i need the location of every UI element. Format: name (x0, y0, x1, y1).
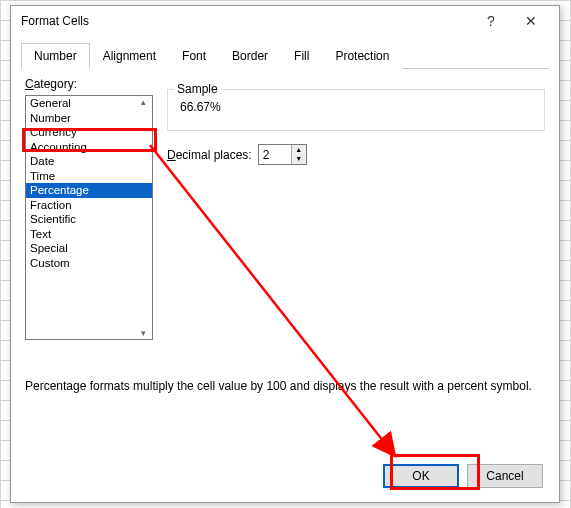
tab-label: Border (232, 49, 268, 63)
category-item-accounting[interactable]: Accounting (26, 140, 152, 155)
category-item-scientific[interactable]: Scientific (26, 212, 152, 227)
tab-label: Number (34, 49, 77, 63)
sample-group: Sample 66.67% (167, 89, 545, 131)
category-item-custom[interactable]: Custom (26, 256, 152, 271)
spinner-up-icon[interactable]: ▲ (292, 145, 306, 155)
close-icon: ✕ (525, 13, 537, 29)
category-item-fraction[interactable]: Fraction (26, 198, 152, 213)
titlebar: Format Cells ? ✕ (11, 6, 559, 36)
tab-fill[interactable]: Fill (281, 43, 322, 69)
category-item-text[interactable]: Text (26, 227, 152, 242)
decimal-label-accel: D (167, 148, 176, 162)
tab-label: Protection (335, 49, 389, 63)
sample-title: Sample (174, 82, 221, 96)
tab-border[interactable]: Border (219, 43, 281, 69)
category-item-general[interactable]: General (26, 96, 152, 111)
sample-box: Sample 66.67% (167, 89, 545, 131)
dialog-buttons: OK Cancel (383, 464, 543, 488)
cancel-button[interactable]: Cancel (467, 464, 543, 488)
format-cells-dialog: Format Cells ? ✕ Number Alignment Font B… (10, 5, 560, 503)
ok-label: OK (412, 469, 429, 483)
scroll-up-icon[interactable]: ▴ (136, 97, 151, 107)
decimal-places-input[interactable] (259, 145, 291, 164)
category-item-currency[interactable]: Currency (26, 125, 152, 140)
category-item-percentage[interactable]: Percentage (26, 183, 152, 198)
help-button[interactable]: ? (471, 8, 511, 34)
category-item-date[interactable]: Date (26, 154, 152, 169)
decimal-label-text: ecimal places: (176, 148, 252, 162)
tab-font[interactable]: Font (169, 43, 219, 69)
category-item-number[interactable]: Number (26, 111, 152, 126)
tab-alignment[interactable]: Alignment (90, 43, 169, 69)
spinner-buttons: ▲ ▼ (291, 145, 306, 164)
tab-label: Alignment (103, 49, 156, 63)
decimal-places-label: Decimal places: (167, 148, 252, 162)
dialog-title: Format Cells (21, 14, 471, 28)
tab-protection[interactable]: Protection (322, 43, 402, 69)
format-description: Percentage formats multiply the cell val… (25, 379, 545, 393)
category-item-special[interactable]: Special (26, 241, 152, 256)
ok-button[interactable]: OK (383, 464, 459, 488)
tab-number[interactable]: Number (21, 43, 90, 69)
decimal-places-spinner[interactable]: ▲ ▼ (258, 144, 307, 165)
scroll-down-icon[interactable]: ▾ (136, 328, 151, 338)
category-listbox[interactable]: ▴ ▾ GeneralNumberCurrencyAccountingDateT… (25, 95, 153, 340)
tab-label: Fill (294, 49, 309, 63)
cancel-label: Cancel (486, 469, 523, 483)
category-label-text: ategory: (34, 77, 77, 91)
category-item-time[interactable]: Time (26, 169, 152, 184)
dialog-body: Category: ▴ ▾ GeneralNumberCurrencyAccou… (11, 69, 559, 502)
decimal-places-row: Decimal places: ▲ ▼ (167, 144, 307, 165)
category-label-accel: C (25, 77, 34, 91)
tab-row: Number Alignment Font Border Fill Protec… (21, 42, 549, 69)
help-icon: ? (487, 13, 495, 29)
tab-label: Font (182, 49, 206, 63)
sample-value: 66.67% (176, 100, 536, 114)
spinner-down-icon[interactable]: ▼ (292, 155, 306, 165)
close-button[interactable]: ✕ (511, 8, 551, 34)
